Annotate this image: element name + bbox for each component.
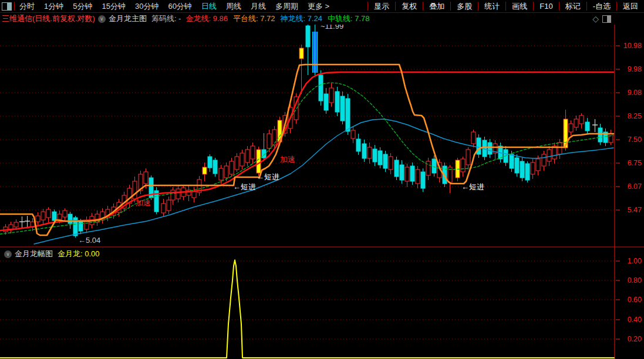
svg-text:←5.04: ←5.04: [78, 236, 100, 245]
price-chart-canvas[interactable]: 10.989.989.088.257.506.756.075.471.000.8…: [0, 0, 644, 359]
nav-item-daily[interactable]: 日线: [197, 1, 221, 12]
collapse-subpanel-icon[interactable]: ∨: [4, 250, 12, 258]
tool-item-mark[interactable]: 标记: [559, 1, 586, 12]
period-nav: 分时1分钟5分钟15分钟30分钟60分钟日线周线月线多周期更多 >: [15, 0, 334, 12]
svg-text:←短进: ←短进: [257, 172, 279, 181]
nav-item-multi-period[interactable]: 多周期: [271, 1, 303, 12]
svg-text:9.98: 9.98: [628, 65, 642, 73]
svg-text:8.25: 8.25: [628, 112, 642, 120]
indicator-value: 神龙线: 7.24: [281, 13, 323, 24]
tool-item-watchlist-remove[interactable]: -自选: [587, 1, 616, 12]
tool-item-multi-stock[interactable]: 多股: [451, 1, 478, 12]
svg-text:10.98: 10.98: [623, 42, 642, 50]
nav-item-5min[interactable]: 5分钟: [68, 1, 97, 12]
sub-indicator-value: 金月龙: 0.00: [58, 249, 100, 259]
svg-text:5.47: 5.47: [628, 206, 642, 214]
indicator-values: 金龙线: 9.86平台线: 7.72神龙线: 7.24中轨线: 7.78: [186, 13, 375, 24]
diamond-icon[interactable]: ◇: [592, 15, 599, 23]
indicator-value: 平台线: 7.72: [233, 13, 275, 24]
nav-item-30min[interactable]: 30分钟: [130, 1, 163, 12]
main-indicator-name: 金月龙主图: [109, 13, 147, 24]
indicator-header: 三维通信(日线.前复权.对数) ∨ 金月龙主图 筹码线: - 金龙线: 9.86…: [0, 13, 644, 25]
svg-text:0.20: 0.20: [628, 335, 642, 343]
svg-text:9.08: 9.08: [628, 89, 642, 97]
svg-text:←短进: ←短进: [233, 182, 256, 191]
trading-terminal: 10.989.989.088.257.506.756.075.471.000.8…: [0, 0, 644, 359]
svg-text:0.40: 0.40: [628, 316, 642, 324]
svg-text:0.80: 0.80: [628, 276, 642, 285]
indicator-value: 中轨线: 7.78: [328, 13, 370, 24]
tool-item-overlay[interactable]: 叠加: [423, 1, 450, 12]
nav-item-weekly[interactable]: 周线: [221, 1, 246, 12]
stock-title: 三维通信(日线.前复权.对数): [2, 13, 95, 24]
svg-text:0.60: 0.60: [628, 296, 642, 304]
indicator-value: 金龙线: 9.86: [186, 13, 228, 24]
split-view-icon[interactable]: [602, 15, 611, 23]
svg-text:6.07: 6.07: [628, 182, 642, 191]
nav-item-more[interactable]: 更多 >: [303, 1, 334, 12]
svg-text:加速: 加速: [136, 198, 151, 207]
tool-item-display[interactable]: 显示: [368, 1, 395, 12]
tool-item-f10[interactable]: F10: [534, 2, 558, 11]
svg-text:←短进: ←短进: [461, 182, 484, 191]
collapse-panel-icon[interactable]: ∨: [98, 15, 106, 23]
svg-text:1.00: 1.00: [628, 257, 642, 265]
window-layout-icon[interactable]: [2, 2, 12, 11]
sub-indicator-name: 金月龙幅图: [15, 249, 53, 259]
header-right-icons: ◇: [592, 15, 611, 23]
tool-item-draw-line[interactable]: 画线: [506, 1, 533, 12]
svg-text:6.75: 6.75: [628, 159, 642, 167]
nav-item-fenshi[interactable]: 分时: [15, 1, 39, 12]
tools-nav: 显示复权叠加多股统计画线F10标记-自选返回: [367, 0, 644, 12]
nav-item-15min[interactable]: 15分钟: [97, 1, 130, 12]
tool-item-stats[interactable]: 统计: [478, 1, 505, 12]
chip-line-value: 筹码线: -: [151, 13, 181, 24]
nav-item-60min[interactable]: 60分钟: [163, 1, 196, 12]
sub-panel-header: ∨ 金月龙幅图 金月龙: 0.00: [1, 249, 100, 259]
top-toolbar: 分时1分钟5分钟15分钟30分钟60分钟日线周线月线多周期更多 > 显示复权叠加…: [0, 0, 644, 13]
nav-item-monthly[interactable]: 月线: [246, 1, 271, 12]
nav-item-1min[interactable]: 1分钟: [39, 1, 68, 12]
tool-item-back[interactable]: 返回: [617, 1, 644, 12]
tool-item-fuquan[interactable]: 复权: [396, 1, 423, 12]
svg-text:加速: 加速: [280, 155, 295, 164]
svg-text:7.50: 7.50: [628, 136, 642, 144]
